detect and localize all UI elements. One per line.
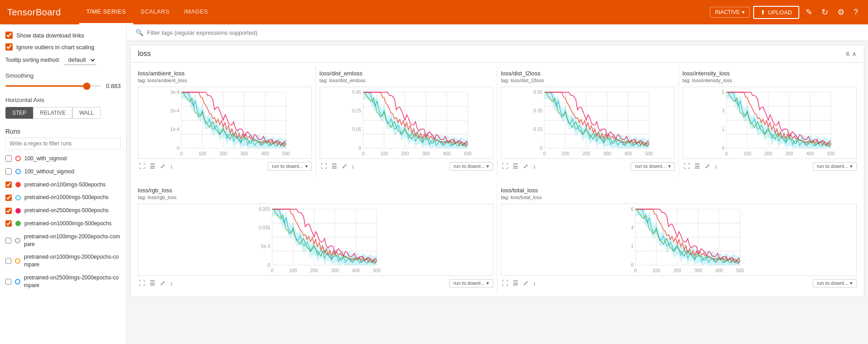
download-data-icon[interactable]: ↓: [532, 162, 537, 171]
haxis-relative-button[interactable]: RELATIVE: [33, 107, 72, 119]
run-item: 100_without_sigmod: [5, 167, 121, 177]
nav-link-scalars[interactable]: SCALARS: [133, 0, 177, 24]
svg-text:0: 0: [271, 268, 274, 273]
nav-link-timeseries[interactable]: TIME SERIES: [79, 0, 133, 24]
run-download-button[interactable]: run to downl... ▾: [449, 279, 493, 288]
expand-icon[interactable]: ⛶: [138, 162, 146, 171]
list-icon[interactable]: ☰: [330, 162, 338, 171]
charts-row2: loss/rgb_loss tag: loss/rgb_loss 0100200…: [131, 180, 864, 297]
chart-toolbar-left: ⛶ ☰ ⤢ ↓: [501, 279, 537, 288]
settings-icon[interactable]: ⚙: [835, 5, 847, 20]
svg-text:200: 200: [219, 151, 227, 156]
chart-toolbar: ⛶ ☰ ⤢ ↓ run to downl... ▾: [501, 160, 675, 172]
download-data-icon[interactable]: ↓: [351, 162, 356, 171]
run-download-button[interactable]: run to downl... ▾: [268, 162, 311, 171]
chart-card: loss/intensity_loss tag: loss/intensity_…: [679, 66, 861, 176]
chart-title: loss/dist_l2loss: [501, 70, 675, 77]
list-icon[interactable]: ☰: [512, 162, 519, 171]
haxis-step-button[interactable]: STEP: [5, 107, 33, 119]
svg-text:100: 100: [380, 151, 388, 156]
section-count: 6 ∧: [846, 51, 857, 57]
svg-text:0.05: 0.05: [352, 127, 361, 132]
download-data-icon[interactable]: ↓: [169, 279, 174, 288]
svg-text:1: 1: [722, 127, 724, 132]
svg-text:0: 0: [634, 268, 637, 273]
inactive-dropdown[interactable]: INACTIVE ▾: [710, 7, 749, 18]
fullscreen-icon[interactable]: ⤢: [704, 162, 711, 171]
svg-text:0.25: 0.25: [352, 108, 361, 113]
dropdown-arrow-icon: ▾: [486, 163, 489, 169]
fullscreen-icon[interactable]: ⤢: [522, 279, 529, 288]
show-download-checkbox[interactable]: [5, 32, 13, 39]
tooltip-select[interactable]: default: [64, 55, 96, 65]
account-circle-icon[interactable]: ✎: [803, 5, 815, 20]
refresh-icon[interactable]: ↻: [819, 5, 831, 20]
chart-toolbar-left: ⛶ ☰ ⤢ ↓: [320, 162, 356, 171]
run-checkbox[interactable]: [5, 168, 12, 175]
run-download-button[interactable]: run to downl... ▾: [813, 279, 857, 288]
collapse-icon[interactable]: ∧: [852, 51, 857, 57]
list-icon[interactable]: ☰: [512, 279, 519, 288]
run-checkbox[interactable]: [5, 279, 11, 285]
run-download-button[interactable]: run to downl... ▾: [631, 162, 675, 171]
smoothing-slider[interactable]: [5, 85, 101, 87]
expand-icon[interactable]: ⛶: [683, 162, 691, 171]
nav-link-images[interactable]: IMAGES: [177, 0, 216, 24]
expand-icon[interactable]: ⛶: [501, 162, 509, 171]
run-color-dot: [15, 182, 21, 187]
chart-toolbar-left: ⛶ ☰ ⤢ ↓: [138, 279, 174, 288]
run-checkbox[interactable]: [5, 208, 12, 214]
run-label: pretrained-on1000imgs-2000epochs-compare: [24, 253, 121, 269]
chart-toolbar: ⛶ ☰ ⤢ ↓ run to downl... ▾: [138, 277, 493, 289]
expand-icon[interactable]: ⛶: [138, 279, 146, 288]
run-download-button[interactable]: run to downl... ▾: [813, 162, 857, 171]
haxis-wall-button[interactable]: WALL: [72, 107, 100, 119]
expand-icon[interactable]: ⛶: [501, 279, 509, 288]
svg-text:400: 400: [352, 268, 360, 273]
svg-text:5: 5: [722, 90, 724, 95]
charts-row1: loss/ambient_loss tag: loss/ambient_loss…: [131, 63, 864, 180]
loss-section: loss 6 ∧ loss/ambient_loss tag: loss/amb…: [130, 45, 864, 297]
download-data-icon[interactable]: ↓: [714, 162, 719, 171]
section-title: loss: [138, 50, 151, 58]
run-checkbox[interactable]: [5, 220, 12, 227]
upload-button[interactable]: ⬆ UPLOAD: [753, 6, 799, 19]
download-data-icon[interactable]: ↓: [169, 162, 174, 171]
topnav-right: INACTIVE ▾ ⬆ UPLOAD ✎ ↻ ⚙ ?: [710, 5, 861, 20]
svg-text:5e-3: 5e-3: [261, 244, 270, 249]
svg-text:200: 200: [401, 151, 409, 156]
run-checkbox[interactable]: [5, 155, 12, 162]
fullscreen-icon[interactable]: ⤢: [159, 162, 166, 171]
dropdown-arrow-icon: ▾: [850, 163, 853, 169]
chart-tag: tag: loss/intensity_loss: [683, 78, 857, 83]
svg-text:200: 200: [310, 268, 318, 273]
svg-text:300: 300: [422, 151, 429, 156]
run-download-button[interactable]: run to downl... ▾: [449, 162, 493, 171]
dropdown-arrow-icon: ▾: [850, 280, 853, 286]
download-data-icon[interactable]: ↓: [532, 279, 537, 288]
runs-filter-input[interactable]: [5, 138, 121, 149]
sidebar: Show data download links Ignore outliers…: [0, 24, 127, 344]
fullscreen-icon[interactable]: ⤢: [341, 162, 348, 171]
fullscreen-icon[interactable]: ⤢: [522, 162, 529, 171]
run-checkbox[interactable]: [5, 181, 12, 188]
list-icon[interactable]: ☰: [693, 162, 701, 171]
run-item: pretrained-on10000imgs-500epochs: [5, 219, 121, 228]
run-label: pretrained-on100imgs-500epochs: [24, 181, 105, 189]
fullscreen-icon[interactable]: ⤢: [159, 279, 166, 288]
run-checkbox[interactable]: [5, 237, 11, 244]
run-checkbox[interactable]: [5, 258, 11, 264]
ignore-outliers-checkbox[interactable]: [5, 43, 13, 51]
chart-tag: tag: loss/total_loss: [501, 195, 857, 200]
tooltip-label: Tooltip sorting method:: [5, 57, 60, 63]
help-icon[interactable]: ?: [851, 5, 861, 20]
haxis-label: Horizontal Axis: [5, 97, 121, 103]
run-checkbox[interactable]: [5, 195, 12, 201]
filter-input[interactable]: [147, 29, 859, 36]
chart-tag: tag: loss/dist_emloss: [320, 78, 494, 83]
list-icon[interactable]: ☰: [149, 162, 156, 171]
list-icon[interactable]: ☰: [149, 279, 156, 288]
expand-icon[interactable]: ⛶: [320, 162, 328, 171]
svg-text:4: 4: [631, 225, 633, 230]
svg-text:0.035: 0.035: [259, 225, 270, 230]
